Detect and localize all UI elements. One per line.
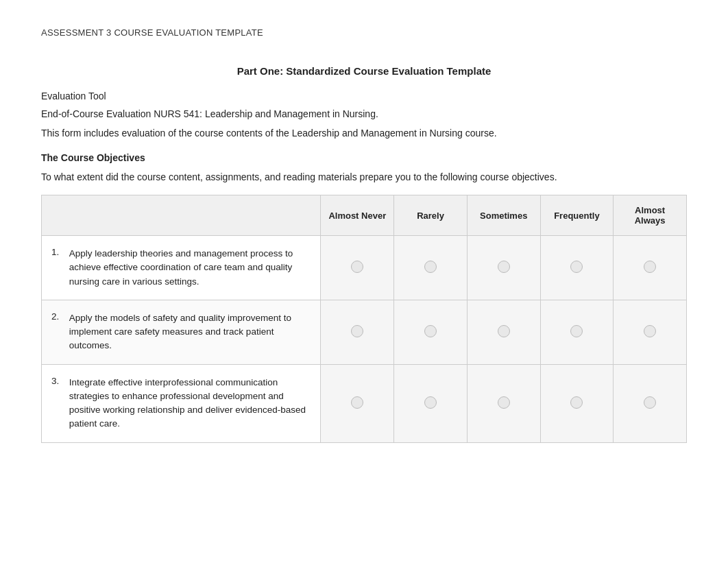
- row2-almost-never-radio[interactable]: [351, 325, 363, 337]
- col-header-almost-always: Almost Always: [614, 195, 687, 236]
- row2-almost-never-cell[interactable]: [321, 300, 394, 364]
- col-header-almost-never: Almost Never: [321, 195, 394, 236]
- row1-rarely-cell[interactable]: [394, 236, 468, 300]
- row3-frequently-radio[interactable]: [570, 396, 583, 409]
- row1-frequently-radio[interactable]: [570, 261, 583, 273]
- row1-sometimes-cell[interactable]: [467, 236, 540, 300]
- objective-1-text: Apply leadership theories and management…: [69, 247, 309, 289]
- row1-frequently-cell[interactable]: [540, 236, 614, 300]
- table-row: 1. Apply leadership theories and managem…: [42, 236, 687, 300]
- row3-sometimes-cell[interactable]: [467, 364, 540, 442]
- row2-almost-always-cell[interactable]: [614, 300, 687, 364]
- row3-almost-never-cell[interactable]: [321, 364, 394, 442]
- row1-sometimes-radio[interactable]: [498, 261, 510, 273]
- row3-rarely-radio[interactable]: [424, 396, 437, 409]
- col-header-sometimes: Sometimes: [467, 195, 540, 236]
- section-title: Part One: Standardized Course Evaluation…: [41, 65, 687, 77]
- eval-desc: This form includes evaluation of the cou…: [41, 128, 687, 139]
- row3-almost-always-radio[interactable]: [644, 396, 656, 409]
- row2-almost-always-radio[interactable]: [644, 325, 656, 337]
- objective-2-number: 2.: [51, 311, 66, 322]
- course-objectives-heading: The Course Objectives: [41, 152, 687, 163]
- row1-almost-always-radio[interactable]: [644, 261, 656, 273]
- row3-almost-never-radio[interactable]: [351, 396, 363, 409]
- table-row: 2. Apply the models of safety and qualit…: [42, 300, 687, 364]
- col-header-rarely: Rarely: [394, 195, 468, 236]
- row2-sometimes-radio[interactable]: [498, 325, 510, 337]
- objective-3-text: Integrate effective interprofessional co…: [69, 376, 309, 431]
- eval-course-line: End-of-Course Evaluation NURS 541: Leade…: [41, 108, 687, 119]
- row1-almost-never-cell[interactable]: [321, 236, 394, 300]
- objective-2-text: Apply the models of safety and quality i…: [69, 311, 309, 353]
- row2-rarely-radio[interactable]: [424, 325, 437, 337]
- objectives-question: To what extent did the course content, a…: [41, 171, 687, 182]
- table-row: 3. Integrate effective interprofessional…: [42, 364, 687, 442]
- row2-frequently-cell[interactable]: [540, 300, 614, 364]
- eval-tool-label: Evaluation Tool: [41, 91, 687, 101]
- objective-1-cell: 1. Apply leadership theories and managem…: [42, 236, 321, 300]
- page-title: ASSESSMENT 3 COURSE EVALUATION TEMPLATE: [41, 27, 687, 38]
- row2-frequently-radio[interactable]: [570, 325, 583, 337]
- objective-3-cell: 3. Integrate effective interprofessional…: [42, 364, 321, 442]
- row3-frequently-cell[interactable]: [540, 364, 614, 442]
- objective-2-cell: 2. Apply the models of safety and qualit…: [42, 300, 321, 364]
- col-header-label: [42, 195, 321, 236]
- row3-sometimes-radio[interactable]: [498, 396, 510, 409]
- row2-rarely-cell[interactable]: [394, 300, 468, 364]
- objective-1-number: 1.: [51, 247, 66, 257]
- row2-sometimes-cell[interactable]: [467, 300, 540, 364]
- col-header-frequently: Frequently: [540, 195, 614, 236]
- row1-almost-never-radio[interactable]: [351, 261, 363, 273]
- row3-almost-always-cell[interactable]: [614, 364, 687, 442]
- row1-rarely-radio[interactable]: [424, 261, 437, 273]
- objective-3-number: 3.: [51, 376, 66, 386]
- row3-rarely-cell[interactable]: [394, 364, 468, 442]
- row1-almost-always-cell[interactable]: [614, 236, 687, 300]
- evaluation-table: Almost Never Rarely Sometimes Frequently…: [41, 195, 687, 443]
